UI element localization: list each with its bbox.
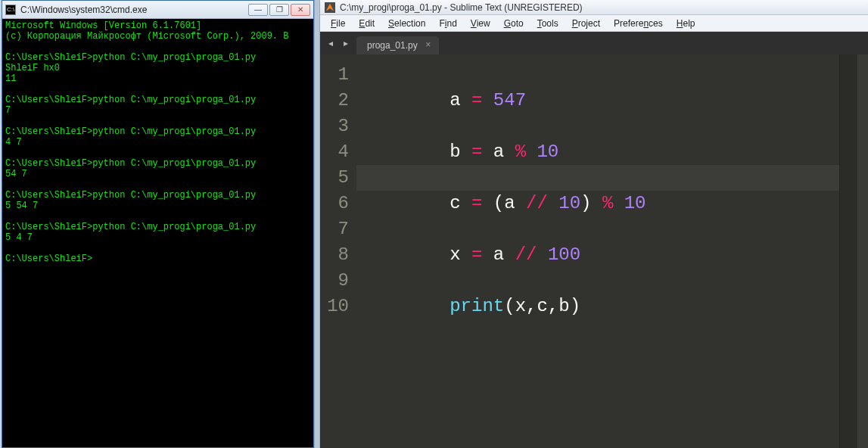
menu-help[interactable]: Help [670, 17, 702, 30]
terminal-line: 54 7 [5, 169, 310, 179]
code-line-7: x = a // 100 [362, 216, 839, 242]
line-number: 1 [320, 62, 349, 88]
terminal-line [5, 42, 310, 52]
terminal-line: C:\Users\ShleiF> [5, 254, 310, 264]
tab-nav-arrows: ◂ ▸ [320, 32, 356, 54]
terminal-line: 7 [5, 105, 310, 116]
tab-prev-icon[interactable]: ◂ [325, 37, 337, 49]
menu-project[interactable]: Project [566, 17, 606, 30]
editor-scrollbar[interactable] [857, 54, 868, 448]
menu-file[interactable]: File [325, 17, 351, 30]
sublime-menubar: FileEditSelectionFindViewGotoToolsProjec… [320, 15, 868, 32]
editor-area: 12345678910 a = 547 b = a % 10 c = (a //… [320, 54, 868, 448]
code-line-3: b = a % 10 [362, 114, 839, 139]
code-line-9: print(x,c,b) [362, 268, 839, 294]
terminal-line: Microsoft Windows [Version 6.1.7601] [5, 20, 310, 31]
cmd-window: C:\ C:\Windows\system32\cmd.exe — ❐ ✕ Mi… [2, 0, 314, 448]
tab-bar: proga_01.py × [356, 32, 868, 54]
line-number: 6 [320, 191, 349, 216]
terminal-line [5, 84, 310, 95]
cmd-titlebar[interactable]: C:\ C:\Windows\system32\cmd.exe — ❐ ✕ [2, 1, 313, 19]
close-button[interactable]: ✕ [291, 4, 310, 16]
line-number: 2 [320, 88, 349, 114]
terminal-line: 5 4 7 [5, 232, 310, 243]
terminal-line: (c) Корпорация Майкрософт (Microsoft Cor… [5, 31, 310, 42]
terminal-line: 11 [5, 73, 310, 84]
code-area[interactable]: a = 547 b = a % 10 c = (a // 10) % 10 x … [356, 54, 839, 448]
terminal-line: C:\Users\ShleiF>python C:\my_progi\proga… [5, 95, 310, 105]
terminal-line: C:\Users\ShleiF>python C:\my_progi\proga… [5, 126, 310, 137]
sublime-app-icon [325, 2, 335, 13]
terminal-line: C:\Users\ShleiF>python C:\my_progi\proga… [5, 52, 310, 63]
terminal-line: ShleiF hx0 [5, 63, 310, 73]
code-line-1: a = 547 [362, 62, 839, 88]
terminal-line [5, 179, 310, 190]
cmd-terminal-output[interactable]: Microsoft Windows [Version 6.1.7601](c) … [2, 19, 313, 447]
line-number-gutter: 12345678910 [320, 54, 356, 448]
terminal-line: 5 54 7 [5, 201, 310, 211]
terminal-line [5, 148, 310, 158]
terminal-line: 4 7 [5, 137, 310, 148]
line-number: 9 [320, 268, 349, 294]
terminal-line: C:\Users\ShleiF>python C:\my_progi\proga… [5, 190, 310, 201]
sublime-tab-chrome: ◂ ▸ proga_01.py × [320, 32, 868, 54]
window-splitter[interactable] [314, 0, 320, 448]
tab-next-icon[interactable]: ▸ [340, 37, 352, 49]
terminal-line: C:\Users\ShleiF>python C:\my_progi\proga… [5, 158, 310, 169]
line-number: 8 [320, 242, 349, 268]
minimize-button[interactable]: — [248, 4, 268, 16]
menu-edit[interactable]: Edit [353, 17, 381, 30]
menu-goto[interactable]: Goto [498, 17, 530, 30]
terminal-line [5, 243, 310, 254]
menu-selection[interactable]: Selection [382, 17, 431, 30]
sublime-titlebar[interactable]: C:\my_progi\proga_01.py - Sublime Text (… [320, 0, 868, 15]
sublime-title: C:\my_progi\proga_01.py - Sublime Text (… [340, 2, 583, 13]
cmd-app-icon: C:\ [5, 5, 16, 15]
sublime-window: C:\my_progi\proga_01.py - Sublime Text (… [320, 0, 868, 448]
line-number: 7 [320, 216, 349, 242]
minimap[interactable] [839, 54, 857, 448]
cmd-title: C:\Windows\system32\cmd.exe [20, 5, 244, 15]
line-number: 4 [320, 139, 349, 165]
terminal-line [5, 211, 310, 222]
tab-label: proga_01.py [367, 40, 418, 51]
tab-close-icon[interactable]: × [424, 40, 433, 49]
line-number: 10 [320, 294, 349, 319]
menu-view[interactable]: View [465, 17, 496, 30]
line-number: 3 [320, 114, 349, 139]
tab-proga01[interactable]: proga_01.py × [356, 36, 439, 54]
code-line-5: c = (a // 10) % 10 [356, 165, 839, 191]
menu-preferences[interactable]: Preferences [608, 17, 669, 30]
menu-tools[interactable]: Tools [531, 17, 565, 30]
terminal-line: C:\Users\ShleiF>python C:\my_progi\proga… [5, 222, 310, 232]
maximize-button[interactable]: ❐ [269, 4, 289, 16]
terminal-line [5, 116, 310, 126]
menu-find[interactable]: Find [433, 17, 462, 30]
line-number: 5 [320, 165, 349, 191]
